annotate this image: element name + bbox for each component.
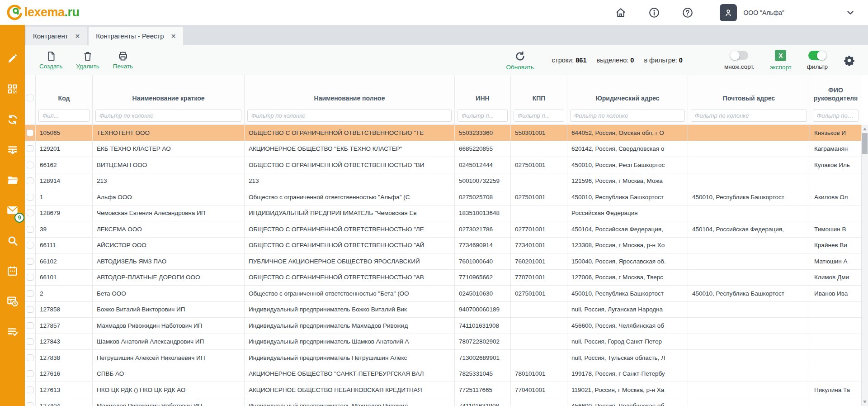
sidebar-item-tasks[interactable] (0, 317, 25, 348)
table-row[interactable]: 66162ВИТЦЕМАН ООООБЩЕСТВО С ОГРАНИЧЕННОЙ… (25, 157, 861, 173)
row-checkbox[interactable] (27, 370, 33, 377)
column-header-director[interactable]: ФИО руководителя (810, 75, 861, 107)
schedule-icon (6, 295, 19, 309)
row-checkbox[interactable] (27, 322, 33, 329)
table-cell: Иванов Ива (810, 286, 861, 301)
close-icon[interactable]: ✕ (75, 33, 80, 40)
sidebar-item-edit[interactable] (0, 44, 25, 75)
column-header-code[interactable]: Код (36, 75, 93, 107)
filter-input-short-name[interactable] (95, 110, 241, 122)
home-icon[interactable] (614, 6, 627, 19)
table-row[interactable]: 128914213213500100732259121596, Россия, … (25, 173, 861, 190)
table-row[interactable]: 66101АВТОДОР-ПЛАТНЫЕ ДОРОГИ ООООБЩЕСТВО … (25, 270, 861, 286)
table-row[interactable]: 105065ТЕХНОТЕНТ ООООБЩЕСТВО С ОГРАНИЧЕНН… (25, 125, 861, 141)
table-cell: Индивидуальный предприниматель Шамков Ан… (245, 334, 455, 350)
tab-kontragenty-reestr[interactable]: Контрагенты - Реестр ✕ (89, 27, 183, 45)
vertical-scrollbar[interactable] (861, 125, 868, 406)
row-checkbox[interactable] (27, 338, 33, 345)
tab-kontragent[interactable]: Контрагент ✕ (26, 27, 87, 45)
toggle-on-icon[interactable] (808, 51, 826, 60)
close-icon[interactable]: ✕ (171, 33, 176, 40)
row-checkbox[interactable] (27, 387, 33, 393)
table-row[interactable]: 39ЛЕКСЕМА ООООБЩЕСТВО С ОГРАНИЧЕННОЙ ОТВ… (25, 221, 861, 238)
refresh-button[interactable]: Обновить (506, 50, 534, 71)
row-checkbox[interactable] (27, 242, 33, 248)
sidebar-item-mail[interactable]: 9 (0, 196, 25, 226)
table-cell: 780101001 (511, 366, 567, 382)
table-row[interactable]: 66102АВТОДИЗЕЛЬ ЯМЗ ПАОПУБЛИЧНОЕ АКЦИОНЕ… (25, 253, 861, 270)
table-row[interactable]: 128679Чемовская Евгения Алесандровна ИПИ… (25, 205, 861, 222)
select-all-checkbox[interactable] (27, 95, 33, 101)
row-checkbox[interactable] (27, 162, 33, 168)
table-row[interactable]: 127858Божко Виталий Викторович ИПИндивид… (25, 302, 861, 318)
table-row[interactable]: 127613НКО ЦК РДК () НКО ЦК РДК АОАКЦИОНЕ… (25, 382, 861, 398)
user-menu[interactable]: ООО "Альфа" (720, 4, 784, 21)
info-icon[interactable] (647, 6, 661, 19)
filter-input-postal-address[interactable] (691, 110, 807, 122)
table-row[interactable]: 129201ЕКБ ТЕХНО КЛАСТЕР АОАКЦИОНЕРНОЕ ОБ… (25, 141, 861, 158)
table-cell: 0245010630 (455, 286, 511, 301)
row-checkbox[interactable] (27, 306, 33, 313)
table-row[interactable]: 127404Махмадов Ривожидин Наботович ИПИнд… (25, 398, 861, 406)
sidebar-item-schedule[interactable] (0, 287, 25, 317)
row-checkbox[interactable] (27, 226, 33, 233)
row-checkbox[interactable] (27, 194, 33, 201)
table-row[interactable]: 66111АЙСИСТОР ООООБЩЕСТВО С ОГРАНИЧЕННОЙ… (25, 238, 861, 254)
table-row[interactable]: 127843Шамков Анатолий Александрович ИПИн… (25, 334, 861, 350)
sidebar-item-search[interactable] (0, 226, 25, 257)
table-cell: Князьков И (810, 125, 861, 141)
row-checkbox[interactable] (27, 354, 33, 361)
row-checkbox[interactable] (27, 145, 33, 152)
row-checkbox-cell (25, 189, 36, 205)
column-header-inn[interactable]: ИНН (455, 75, 511, 107)
row-checkbox[interactable] (27, 290, 33, 297)
export-button[interactable]: X экспорт (770, 50, 792, 71)
create-button[interactable]: Создать (39, 51, 62, 70)
toggle-off-icon[interactable] (730, 51, 748, 60)
row-checkbox[interactable] (27, 129, 33, 136)
table-row[interactable]: 127616СПВБ АОАКЦИОНЕРНОЕ ОБЩЕСТВО "САНКТ… (25, 366, 861, 382)
sidebar-item-unload[interactable] (0, 135, 25, 166)
row-checkbox[interactable] (27, 210, 33, 216)
table-row[interactable]: 1Альфа ООООбщество с ограниченной ответс… (25, 189, 861, 205)
column-header-legal-address[interactable]: Юридический адрес (567, 75, 688, 107)
table-cell: 620142, Россия, Свердловская о (567, 141, 688, 157)
excel-icon[interactable]: X (775, 50, 786, 61)
sidebar-item-scan[interactable] (0, 75, 25, 105)
filter-input-full-name[interactable] (247, 110, 452, 122)
sidebar-item-documents[interactable] (0, 166, 25, 196)
filter-input-director[interactable] (813, 110, 859, 122)
table-cell: 0275025708 (455, 189, 511, 205)
column-header-postal-address[interactable]: Почтовый адрес (688, 75, 810, 107)
column-header-full-name[interactable]: Наименование полное (245, 75, 455, 107)
row-checkbox[interactable] (27, 402, 33, 406)
scroll-up-icon[interactable] (863, 128, 867, 130)
filter-toggle[interactable]: фильтр (807, 51, 828, 70)
filter-input-legal-address[interactable] (570, 110, 685, 122)
row-checkbox[interactable] (27, 177, 33, 184)
sidebar-item-sync[interactable] (0, 105, 25, 135)
filter-input-code[interactable] (38, 110, 90, 122)
app-logo[interactable]: lexema.ru (6, 5, 80, 21)
table-row[interactable]: 2Бета ООООбщество с ограниченной ответст… (25, 286, 861, 302)
row-checkbox[interactable] (27, 274, 33, 281)
filter-input-kpp[interactable] (514, 110, 564, 122)
scroll-thumb[interactable] (862, 133, 868, 154)
settings-button[interactable] (843, 54, 855, 67)
filter-input-inn[interactable] (458, 110, 508, 122)
sidebar-item-calendar[interactable] (0, 257, 25, 287)
delete-button[interactable]: Удалить (76, 51, 99, 70)
column-header-kpp[interactable]: КПП (511, 75, 567, 107)
multisort-toggle[interactable]: множ.сорт. (724, 51, 755, 70)
table-row[interactable]: 127838Петрушишин Алексей Николаевич ИПИн… (25, 350, 861, 366)
rows-count: строки: 861 (552, 57, 587, 64)
table-cell: 741101631908 (455, 398, 511, 406)
print-button[interactable]: Печать (113, 51, 133, 70)
table-row[interactable]: 127857Махмадов Ривожидин Наботович ИПИнд… (25, 318, 861, 334)
row-checkbox[interactable] (27, 258, 33, 265)
table-cell: 127857 (36, 318, 93, 334)
chevron-down-icon[interactable] (845, 8, 855, 18)
help-icon[interactable] (681, 6, 694, 19)
scroll-down-icon[interactable] (863, 401, 867, 403)
column-header-short-name[interactable]: Наименование краткое (93, 75, 245, 107)
